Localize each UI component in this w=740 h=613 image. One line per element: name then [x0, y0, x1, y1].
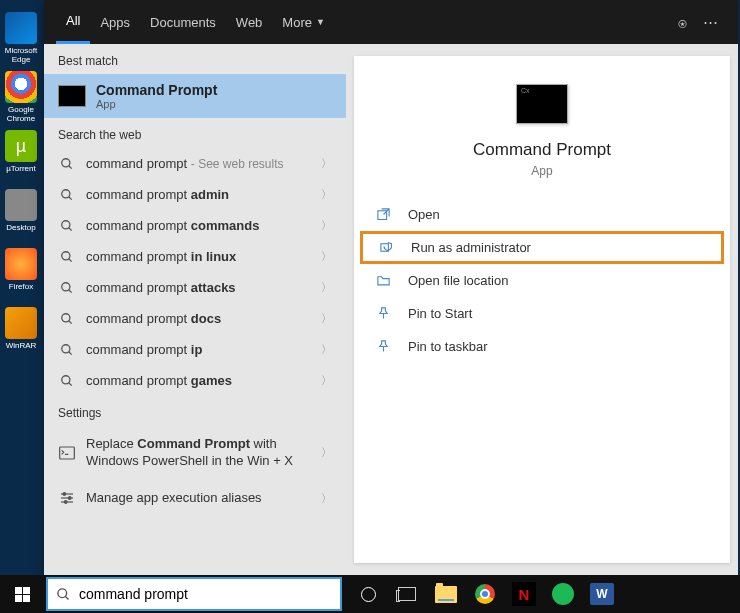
search-web-label: Search the web	[44, 118, 346, 148]
pin-icon	[376, 306, 394, 321]
chevron-right-icon: 〉	[321, 445, 332, 460]
cmd-preview-icon	[516, 84, 568, 124]
task-view-button[interactable]	[389, 579, 425, 609]
tab-more[interactable]: More▼	[272, 0, 335, 44]
chevron-right-icon: 〉	[321, 342, 332, 357]
chevron-right-icon: 〉	[321, 249, 332, 264]
web-result-games[interactable]: command prompt games 〉	[44, 365, 346, 396]
results-column: Best match Command Prompt App Search the…	[44, 44, 346, 575]
cmd-small-icon	[58, 446, 76, 460]
search-icon	[58, 374, 76, 388]
action-open-location[interactable]: Open file location	[354, 264, 730, 297]
svg-line-1	[69, 165, 72, 168]
best-match-result[interactable]: Command Prompt App	[44, 74, 346, 118]
file-explorer-icon	[435, 586, 457, 603]
desktop-icon-winrar[interactable]: WinRAR	[1, 307, 41, 362]
chevron-right-icon: 〉	[321, 280, 332, 295]
svg-point-10	[62, 313, 70, 321]
spotify-icon	[552, 583, 574, 605]
svg-point-0	[62, 158, 70, 166]
svg-line-11	[69, 320, 72, 323]
web-result-commands[interactable]: command prompt commands 〉	[44, 210, 346, 241]
action-run-admin[interactable]: Run as administrator	[360, 231, 724, 264]
desktop-icon-desktop[interactable]: Desktop	[1, 189, 41, 244]
svg-line-9	[69, 289, 72, 292]
taskbar-chrome[interactable]	[467, 579, 503, 609]
best-match-label: Best match	[44, 44, 346, 74]
web-result-admin[interactable]: command prompt admin 〉	[44, 179, 346, 210]
web-result-ip[interactable]: command prompt ip 〉	[44, 334, 346, 365]
web-result-linux[interactable]: command prompt in linux 〉	[44, 241, 346, 272]
feedback-icon[interactable]: ⍟	[670, 14, 695, 31]
search-icon	[58, 188, 76, 202]
taskbar-explorer[interactable]	[428, 579, 464, 609]
sliders-icon	[58, 491, 76, 505]
desktop-icon-utorrent[interactable]: µµTorrent	[1, 130, 41, 185]
svg-point-20	[63, 493, 66, 496]
cortana-icon	[361, 587, 376, 602]
action-open[interactable]: Open	[354, 198, 730, 231]
web-result-docs[interactable]: command prompt docs 〉	[44, 303, 346, 334]
action-pin-taskbar[interactable]: Pin to taskbar	[354, 330, 730, 363]
svg-rect-16	[60, 447, 75, 459]
search-icon	[58, 219, 76, 233]
edge-icon	[5, 12, 37, 44]
search-input[interactable]	[79, 586, 332, 602]
search-icon	[56, 587, 71, 602]
svg-line-5	[69, 227, 72, 230]
taskbar-spotify[interactable]	[545, 579, 581, 609]
svg-line-7	[69, 258, 72, 261]
search-tabs-header: All Apps Documents Web More▼ ⍟ ⋯	[44, 0, 738, 44]
chevron-right-icon: 〉	[321, 187, 332, 202]
svg-point-14	[62, 375, 70, 383]
folder-icon	[376, 273, 394, 288]
tab-web[interactable]: Web	[226, 0, 273, 44]
chevron-right-icon: 〉	[321, 311, 332, 326]
svg-point-2	[62, 189, 70, 197]
svg-line-3	[69, 196, 72, 199]
web-result-main[interactable]: command prompt - See web results 〉	[44, 148, 346, 179]
chevron-right-icon: 〉	[321, 156, 332, 171]
start-button[interactable]	[0, 575, 44, 613]
search-icon	[58, 312, 76, 326]
pin-icon	[376, 339, 394, 354]
taskbar: N W	[0, 575, 740, 613]
tab-apps[interactable]: Apps	[90, 0, 140, 44]
settings-aliases[interactable]: Manage app execution aliases 〉	[44, 480, 346, 517]
svg-line-13	[69, 351, 72, 354]
chevron-right-icon: 〉	[321, 491, 332, 506]
preview-column: Command Prompt App Open Run as administr…	[354, 56, 730, 563]
tab-all[interactable]: All	[56, 0, 90, 44]
web-result-attacks[interactable]: command prompt attacks 〉	[44, 272, 346, 303]
cmd-thumbnail-icon	[58, 85, 86, 107]
preview-subtitle: App	[374, 164, 710, 178]
start-search-panel: All Apps Documents Web More▼ ⍟ ⋯ Best ma…	[44, 0, 738, 575]
cortana-button[interactable]	[350, 579, 386, 609]
desktop-icon-edge[interactable]: Microsoft Edge	[1, 12, 41, 67]
desktop-icon-chrome[interactable]: Google Chrome	[1, 71, 41, 126]
more-options-icon[interactable]: ⋯	[695, 13, 726, 31]
svg-point-8	[62, 282, 70, 290]
settings-replace-cmd[interactable]: Replace Command Prompt withWindows Power…	[44, 426, 346, 480]
word-icon: W	[590, 583, 614, 605]
netflix-icon: N	[512, 582, 536, 606]
winrar-icon	[5, 307, 37, 339]
shield-admin-icon	[379, 240, 397, 255]
taskbar-word[interactable]: W	[584, 579, 620, 609]
svg-point-25	[58, 588, 67, 597]
chrome-icon	[5, 71, 37, 103]
taskbar-netflix[interactable]: N	[506, 579, 542, 609]
preview-title: Command Prompt	[374, 140, 710, 160]
taskbar-search-box[interactable]	[46, 577, 342, 611]
firefox-icon	[5, 248, 37, 280]
open-icon	[376, 207, 394, 222]
chevron-right-icon: 〉	[321, 373, 332, 388]
search-icon	[58, 250, 76, 264]
tab-documents[interactable]: Documents	[140, 0, 226, 44]
desktop-icon-firefox[interactable]: Firefox	[1, 248, 41, 303]
chevron-down-icon: ▼	[316, 17, 325, 27]
desktop-icons-strip: Microsoft Edge Google Chrome µµTorrent D…	[0, 0, 44, 575]
utorrent-icon: µ	[5, 130, 37, 162]
search-icon	[58, 157, 76, 171]
action-pin-start[interactable]: Pin to Start	[354, 297, 730, 330]
